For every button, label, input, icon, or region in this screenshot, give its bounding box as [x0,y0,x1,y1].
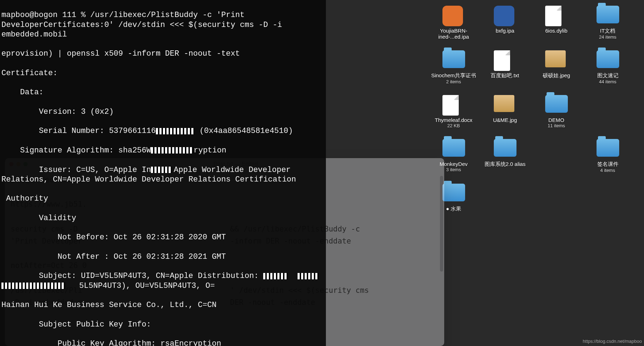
terminal-window[interactable]: mapboo@bogon 111 % /usr/libexec/PlistBud… [0,0,326,346]
cert-pkalg: Public Key Algorithm: rsaEncryption [1,339,324,346]
desktop-item-sublabel: 24 items [599,34,616,40]
cert-data: Data: [1,88,324,97]
desktop-item-label: U&ME.jpg [493,117,517,123]
terminal-prompt: mapboo@bogon 111 % [1,11,90,19]
cert-not-before: Not Before: Oct 26 02:31:28 2020 GMT [1,233,324,242]
desktop-item-sublabel: 22 KB [447,123,460,128]
app-icon [494,6,516,26]
image-icon [494,95,516,115]
desktop-item[interactable]: 图文速记44 items [582,50,633,84]
desktop-item-label: ● 水果 [446,206,461,212]
folder-icon [442,184,465,203]
redacted-block [151,167,172,173]
desktop-item-label: 6ios.dylib [545,28,567,34]
cert-spki: Subject Public Key Info: [1,320,324,329]
cert-validity: Validity [1,213,324,223]
cert-not-after: Not After : Oct 26 02:31:28 2021 GMT [1,252,324,262]
desktop-item[interactable]: 硕硕娃.jpeg [531,50,582,84]
desktop-item-label: bxfg.ipa [496,28,514,34]
cert-issuer: Issuer: C=US, O=Apple In [1,166,151,174]
folder-icon [442,50,465,70]
terminal-command-cont: eprovision) | openssl x509 -inform DER -… [1,49,324,58]
desktop-item-sublabel: 3 items [446,167,461,172]
desktop-item[interactable]: U&ME.jpg [479,95,531,128]
app-icon [442,6,465,26]
desktop-item-sublabel: 11 items [548,123,565,128]
folder-icon [597,50,619,70]
desktop-item[interactable]: 签名课件4 items [582,139,633,173]
desktop-item-sublabel: 2 items [446,79,461,84]
folder-icon [597,139,619,159]
redacted-block [298,273,319,279]
watermark: https://blog.csdn.net/mapboo [583,339,642,344]
desktop-item[interactable]: bxfg.ipa [479,6,531,40]
desktop-item-sublabel: 4 items [600,168,615,173]
desktop-item[interactable]: DEMO11 items [531,95,582,128]
redacted-block [156,128,195,134]
desktop-item-label: 硕硕娃.jpeg [543,72,570,79]
desktop-item[interactable]: Thymeleaf.docx22 KB [428,95,479,128]
desktop-item-label: 百度贴吧.txt [491,72,519,79]
cert-subject: Subject: UID=V5L5NP4UT3, CN=Apple Distri… [1,272,263,280]
cert-authority: Authority [1,194,324,203]
cert-serial-hex: (0x4aa86548581e4510) [195,127,293,135]
document-icon [545,6,568,26]
cert-sigalg: Signature Algorithm: sha256W [1,146,151,155]
cert-subject-cont: Hainan Hui Ke Business Service Co., Ltd.… [1,300,324,310]
folder-icon [597,6,619,26]
desktop-item[interactable]: 6ios.dylib [531,6,582,40]
folder-icon [494,139,516,159]
image-icon [545,50,568,70]
desktop-item-label: IT文档 [600,28,615,34]
desktop-item-label: 签名课件 [597,161,618,168]
desktop-item-label: DEMO [548,117,564,123]
desktop-item[interactable]: IT文档24 items [582,6,633,40]
document-icon [442,95,465,115]
desktop-item-sublabel: 44 items [599,79,616,84]
cert-serial: Serial Number: 5379661116 [1,127,156,135]
scrollbar-thumb[interactable] [440,176,443,272]
desktop-item-label: 图文速记 [597,72,618,79]
redacted-block [151,147,193,154]
desktop-item[interactable]: Sinochem共享证书2 items [428,50,479,84]
desktop-item-label: Thymeleaf.docx [435,117,473,123]
desktop-item[interactable]: 百度贴吧.txt [479,50,531,84]
cert-version: Version: 3 (0x2) [1,107,324,117]
desktop-icons: YoujiaBRN-ined-...ed.ipabxfg.ipa6ios.dyl… [424,0,644,346]
cert-header: Certificate: [1,68,324,78]
desktop-item-label: YoujiaBRN-ined-...ed.ipa [428,28,479,40]
folder-icon [545,95,568,115]
desktop-item-label: 图库系统2.0 alias [485,161,526,168]
redacted-block [1,283,65,289]
desktop-item[interactable]: YoujiaBRN-ined-...ed.ipa [428,6,479,40]
document-icon [494,50,516,70]
redacted-block [263,273,288,279]
desktop-item-label: Sinochem共享证书 [431,72,476,79]
desktop-item[interactable]: 图库系统2.0 alias [479,139,531,173]
folder-icon [442,139,465,159]
